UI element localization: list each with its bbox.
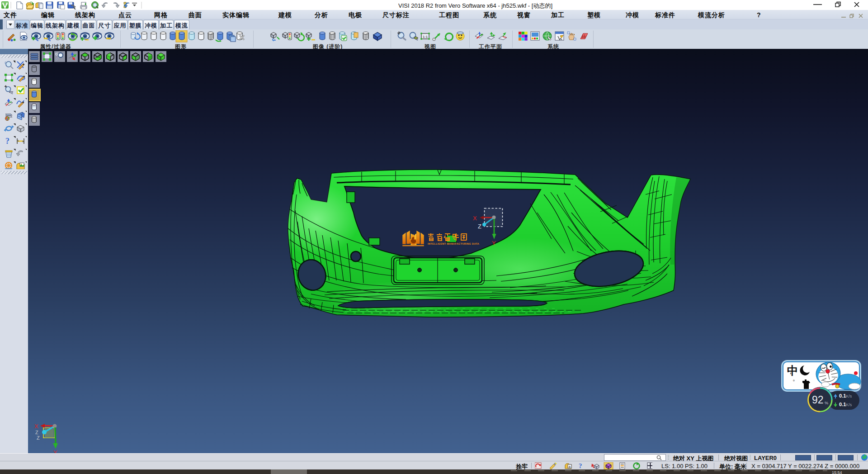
svg-text:X: X xyxy=(473,215,477,222)
svg-text:Z: Z xyxy=(35,430,38,435)
svg-text:92: 92 xyxy=(812,394,824,406)
svg-text:Z: Z xyxy=(37,435,40,441)
svg-text:a: a xyxy=(569,465,571,469)
svg-text:?: ? xyxy=(579,462,582,469)
svg-text:%: % xyxy=(825,401,828,405)
svg-text:?: ? xyxy=(5,137,9,146)
svg-text:Y: Y xyxy=(492,240,496,246)
svg-text:1:1: 1:1 xyxy=(423,35,428,39)
svg-text:X: X xyxy=(34,423,38,430)
svg-text:Z: Z xyxy=(478,223,481,230)
